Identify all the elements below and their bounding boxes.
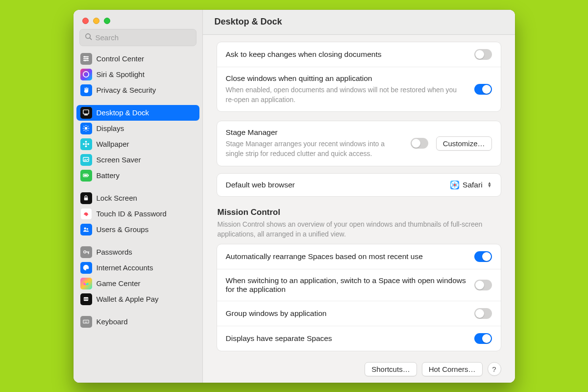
minimize-button[interactable]	[93, 18, 99, 24]
default-browser-label: Default web browser	[226, 181, 443, 189]
sidebar-item-control-center[interactable]: Control Center	[76, 51, 199, 67]
stage-manager-card: Stage Manager Stage Manager arranges you…	[217, 121, 501, 166]
svg-rect-45	[85, 322, 88, 322]
stage-customize-button[interactable]: Customize…	[436, 136, 492, 151]
help-button[interactable]: ?	[488, 362, 501, 376]
sidebar-item-wallet-apple-pay[interactable]: Wallet & Apple Pay	[76, 291, 199, 307]
svg-point-6	[87, 58, 88, 59]
svg-point-22	[85, 145, 87, 147]
svg-point-23	[83, 143, 85, 145]
svg-rect-4	[83, 60, 89, 61]
gamecenter-icon	[80, 278, 92, 289]
close-quit-row: Close windows when quitting an applicati…	[217, 67, 501, 112]
mission-control-card: Automatically rearrange Spaces based on …	[217, 244, 501, 351]
sidebar-item-label: Displays	[97, 124, 124, 132]
main-panel: Desktop & Dock Ask to keep changes when …	[203, 10, 515, 383]
svg-line-1	[90, 38, 92, 40]
svg-rect-39	[84, 299, 88, 300]
shortcuts-button[interactable]: Shortcuts…	[365, 362, 416, 376]
stage-manager-toggle[interactable]	[411, 138, 428, 149]
search-input[interactable]	[96, 33, 191, 42]
default-browser-row: Default web browser Safari ▲▼	[217, 174, 501, 196]
mission-row-toggle[interactable]	[474, 333, 492, 344]
battery-icon	[80, 170, 92, 182]
users-icon	[80, 224, 92, 235]
sidebar-item-game-center[interactable]: Game Center	[76, 276, 199, 291]
browser-card: Default web browser Safari ▲▼	[217, 173, 501, 197]
sidebar-item-displays[interactable]: Displays	[76, 121, 199, 136]
documents-card: Ask to keep changes when closing documen…	[217, 42, 501, 112]
mission-row-toggle[interactable]	[474, 251, 492, 262]
footer-buttons: Shortcuts… Hot Corners… ?	[217, 360, 501, 376]
mission-row: Automatically rearrange Spaces based on …	[217, 244, 501, 269]
svg-point-5	[84, 56, 85, 57]
close-quit-desc: When enabled, open documents and windows…	[226, 85, 466, 105]
sidebar-item-label: Desktop & Dock	[97, 108, 149, 117]
sidebar-item-users-groups[interactable]: Users & Groups	[76, 222, 199, 237]
dock-icon	[80, 107, 92, 119]
siri-icon	[80, 69, 92, 80]
search-icon	[85, 33, 92, 42]
sidebar-item-wallpaper[interactable]: Wallpaper	[76, 136, 199, 152]
svg-rect-42	[85, 321, 86, 321]
svg-rect-29	[88, 175, 89, 176]
sidebar-item-battery[interactable]: Battery	[76, 168, 199, 183]
sidebar-item-label: Screen Saver	[97, 156, 141, 164]
svg-line-17	[88, 130, 88, 131]
svg-point-32	[87, 228, 88, 230]
mission-control-desc: Mission Control shows an overview of you…	[218, 219, 500, 239]
svg-point-11	[85, 127, 88, 130]
mission-row-label: When switching to an application, switch…	[226, 276, 466, 294]
close-quit-toggle[interactable]	[474, 84, 492, 95]
keyboard-icon	[80, 316, 92, 328]
sidebar-item-desktop-dock[interactable]: Desktop & Dock	[76, 105, 199, 121]
svg-point-0	[85, 33, 90, 38]
chevron-updown-icon: ▲▼	[488, 182, 492, 187]
close-quit-label: Close windows when quitting an applicati…	[226, 74, 466, 83]
sidebar-item-lock-screen[interactable]: Lock Screen	[76, 190, 199, 206]
sidebar-group: Desktop & DockDisplaysWallpaperScreen Sa…	[76, 105, 199, 183]
sidebar-item-screen-saver[interactable]: Screen Saver	[76, 152, 199, 168]
mission-row: Group windows by application	[217, 301, 501, 326]
svg-rect-9	[83, 110, 89, 114]
sun-icon	[80, 123, 92, 134]
sidebar-item-label: Users & Groups	[97, 225, 149, 234]
mission-row-toggle[interactable]	[474, 308, 492, 319]
screensaver-icon	[80, 154, 92, 166]
hot-corners-button[interactable]: Hot Corners…	[422, 362, 483, 376]
sidebar-item-privacy-security[interactable]: Privacy & Security	[76, 82, 199, 98]
safari-icon	[450, 181, 459, 189]
svg-point-33	[84, 251, 86, 253]
sidebar-list: Control CenterSiri & SpotlightPrivacy & …	[74, 51, 202, 336]
mission-row-label: Automatically rearrange Spaces based on …	[226, 252, 466, 261]
content-area: Ask to keep changes when closing documen…	[203, 35, 515, 383]
search-field[interactable]	[79, 29, 196, 46]
sliders-icon	[80, 53, 92, 65]
stage-manager-label: Stage Manager	[226, 128, 403, 137]
system-settings-window: Control CenterSiri & SpotlightPrivacy & …	[74, 10, 515, 383]
sidebar-item-label: Wallet & Apple Pay	[97, 295, 159, 303]
svg-point-21	[85, 141, 87, 143]
svg-rect-10	[84, 114, 88, 115]
svg-rect-40	[83, 320, 89, 323]
flower-icon	[80, 138, 92, 150]
sidebar-item-internet-accounts[interactable]: Internet Accounts	[76, 260, 199, 276]
fingerprint-icon	[80, 208, 92, 220]
fullscreen-button[interactable]	[104, 18, 110, 24]
ask-keep-toggle[interactable]	[474, 49, 492, 60]
sidebar-item-touch-id-password[interactable]: Touch ID & Password	[76, 206, 199, 222]
svg-rect-41	[84, 321, 85, 321]
sidebar-item-passwords[interactable]: Passwords	[76, 244, 199, 260]
sidebar-item-label: Siri & Spotlight	[97, 70, 145, 78]
mission-row-label: Displays have separate Spaces	[226, 334, 466, 343]
mission-control-header: Mission Control Mission Control shows an…	[217, 206, 501, 244]
close-button[interactable]	[82, 18, 89, 24]
page-title: Desktop & Dock	[203, 10, 515, 35]
sidebar-item-keyboard[interactable]: Keyboard	[76, 314, 199, 330]
sidebar-item-siri-spotlight[interactable]: Siri & Spotlight	[76, 67, 199, 82]
sidebar-item-label: Touch ID & Password	[97, 209, 167, 218]
svg-rect-43	[86, 321, 87, 321]
default-browser-select[interactable]: Safari ▲▼	[450, 181, 491, 189]
mission-row-toggle[interactable]	[474, 280, 492, 290]
svg-point-8	[83, 72, 89, 77]
